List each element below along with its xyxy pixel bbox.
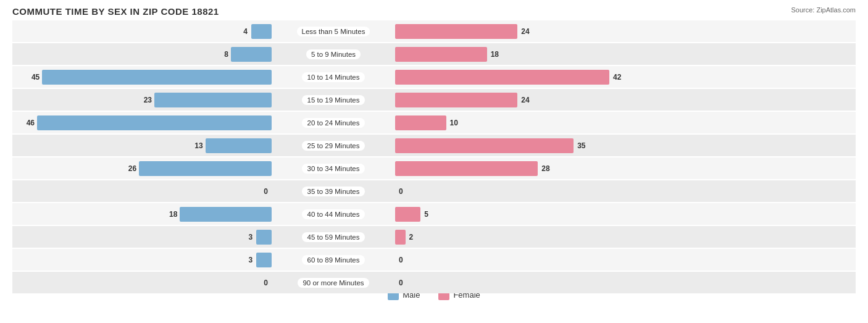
left-bar-container: 23 [12, 89, 272, 111]
left-bar-container: 0 [12, 272, 272, 293]
male-value: 18 [169, 210, 177, 219]
right-bar-container: 42 [395, 66, 654, 88]
right-bar-container: 24 [395, 20, 654, 42]
chart-row: 1325 to 29 Minutes35 [12, 135, 856, 156]
chart-row: 345 to 59 Minutes2 [12, 226, 856, 248]
female-bar [395, 47, 487, 62]
left-bar-container: 13 [12, 135, 272, 156]
male-bar [256, 230, 272, 245]
right-bar-container: 24 [395, 89, 654, 111]
row-label: 35 to 39 Minutes [272, 187, 395, 196]
chart-row: 4510 to 14 Minutes42 [12, 66, 856, 88]
chart-row: 4620 to 24 Minutes10 [12, 112, 856, 133]
male-bar [231, 47, 272, 62]
left-bar-container: 3 [12, 226, 272, 248]
female-bar [395, 115, 446, 130]
female-value: 10 [450, 119, 458, 127]
chart-container: COMMUTE TIME BY SEX IN ZIP CODE 18821 So… [0, 0, 868, 323]
left-bar-container: 4 [12, 20, 272, 42]
row-label: 45 to 59 Minutes [272, 232, 395, 242]
row-label: 30 to 34 Minutes [272, 164, 395, 174]
female-value: 28 [541, 164, 549, 173]
female-bar [395, 24, 517, 39]
female-value: 24 [521, 96, 529, 104]
row-label: 5 to 9 Minutes [272, 49, 395, 59]
row-label: 15 to 19 Minutes [272, 95, 395, 105]
male-value: 0 [264, 279, 268, 287]
left-bar-container: 8 [12, 43, 272, 65]
chart-row: 4Less than 5 Minutes24 [12, 20, 856, 42]
chart-title: COMMUTE TIME BY SEX IN ZIP CODE 18821 [12, 6, 856, 17]
right-bar-container: 0 [395, 272, 654, 293]
female-value: 2 [409, 233, 414, 241]
female-bar [395, 230, 406, 245]
male-value: 46 [27, 119, 35, 127]
source-label: Source: ZipAtlas.com [791, 6, 856, 14]
row-label: Less than 5 Minutes [272, 27, 395, 36]
female-bar [395, 70, 609, 85]
left-bar-container: 0 [12, 180, 272, 202]
chart-row: 2315 to 19 Minutes24 [12, 89, 856, 111]
left-bar-container: 3 [12, 249, 272, 271]
female-value: 0 [399, 187, 403, 196]
chart-row: 035 to 39 Minutes0 [12, 180, 856, 202]
male-bar [180, 207, 272, 222]
male-bar [154, 93, 272, 107]
left-bar-container: 26 [12, 157, 272, 179]
female-value: 0 [399, 256, 403, 264]
chart-row: 090 or more Minutes0 [12, 272, 856, 293]
male-value: 13 [194, 141, 202, 150]
female-value: 0 [399, 279, 403, 287]
female-bar [395, 138, 574, 153]
male-bar [139, 161, 272, 176]
female-value: 42 [613, 73, 621, 82]
chart-row: 2630 to 34 Minutes28 [12, 157, 856, 179]
male-value: 26 [128, 164, 136, 173]
female-value: 24 [521, 27, 529, 36]
female-value: 35 [577, 141, 585, 150]
male-bar [206, 138, 272, 153]
male-bar [256, 253, 272, 267]
right-bar-container: 35 [395, 135, 654, 156]
male-value: 3 [249, 233, 253, 241]
male-bar [251, 24, 272, 39]
bars-area: 4Less than 5 Minutes2485 to 9 Minutes184… [12, 20, 856, 275]
male-bar [42, 70, 272, 85]
chart-row: 360 to 89 Minutes0 [12, 249, 856, 271]
left-bar-container: 18 [12, 203, 272, 225]
male-value: 23 [144, 96, 152, 104]
row-label: 90 or more Minutes [272, 278, 395, 288]
right-bar-container: 2 [395, 226, 654, 248]
right-bar-container: 18 [395, 43, 654, 65]
male-value: 8 [224, 50, 228, 59]
row-label: 20 to 24 Minutes [272, 118, 395, 128]
chart-row: 85 to 9 Minutes18 [12, 43, 856, 65]
chart-row: 1840 to 44 Minutes5 [12, 203, 856, 225]
female-bar [395, 93, 517, 107]
male-bar [37, 115, 272, 130]
right-bar-container: 0 [395, 180, 654, 202]
row-label: 25 to 29 Minutes [272, 141, 395, 151]
male-value: 0 [264, 187, 268, 196]
male-value: 45 [31, 73, 40, 82]
row-label: 10 to 14 Minutes [272, 72, 395, 82]
row-label: 60 to 89 Minutes [272, 255, 395, 265]
male-value: 3 [249, 256, 253, 264]
right-bar-container: 28 [395, 157, 654, 179]
right-bar-container: 10 [395, 112, 654, 133]
left-bar-container: 46 [12, 112, 272, 133]
right-bar-container: 5 [395, 203, 654, 225]
female-value: 5 [424, 210, 428, 219]
left-bar-container: 45 [12, 66, 272, 88]
row-label: 40 to 44 Minutes [272, 209, 395, 219]
right-bar-container: 0 [395, 249, 654, 271]
female-bar [395, 161, 538, 176]
female-bar [395, 207, 420, 222]
male-value: 4 [243, 27, 248, 36]
female-value: 18 [491, 50, 499, 59]
